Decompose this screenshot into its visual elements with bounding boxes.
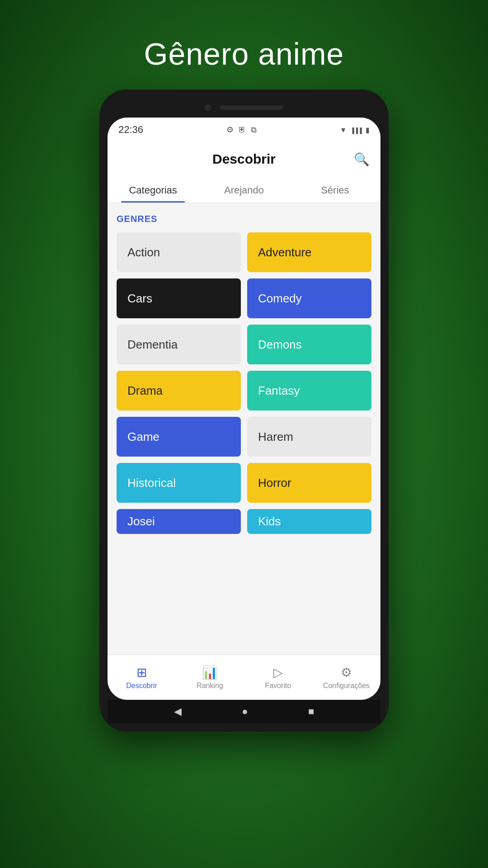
genre-action[interactable]: Action xyxy=(117,232,241,272)
tabs-bar: Categorias Arejando Séries xyxy=(108,176,380,203)
nav-favorito[interactable]: ▷ Favorito xyxy=(244,665,312,690)
status-bar: 22:36 xyxy=(108,118,380,142)
tab-series[interactable]: Séries xyxy=(290,176,380,203)
home-button[interactable]: ● xyxy=(242,706,248,717)
genre-dementia[interactable]: Dementia xyxy=(117,325,241,364)
front-camera xyxy=(205,104,211,111)
ranking-label: Ranking xyxy=(197,682,223,690)
copy-icon xyxy=(251,125,257,135)
wifi-icon xyxy=(340,125,347,135)
status-time: 22:36 xyxy=(118,124,143,136)
status-right-icons xyxy=(340,125,370,135)
signal-icon xyxy=(350,125,362,135)
genre-comedy[interactable]: Comedy xyxy=(247,278,371,318)
nav-descobrir[interactable]: ⊞ Descobrir xyxy=(108,665,176,690)
genre-fantasy[interactable]: Fantasy xyxy=(247,371,371,410)
recents-button[interactable]: ■ xyxy=(308,706,314,717)
favorito-icon: ▷ xyxy=(273,665,283,680)
content-area: GENRES Action Adventure Cars xyxy=(108,203,380,655)
search-button[interactable]: 🔍 xyxy=(354,152,370,167)
page-background: Gênero anime 22:36 xyxy=(99,0,389,731)
phone-shell: 22:36 Descobrir 🔍 xyxy=(99,90,389,731)
genre-josei[interactable]: Josei xyxy=(117,509,241,534)
tab-categorias[interactable]: Categorias xyxy=(108,176,198,203)
app-header: Descobrir 🔍 xyxy=(108,142,380,176)
nav-ranking[interactable]: 📊 Ranking xyxy=(176,665,244,690)
page-title: Gênero anime xyxy=(144,36,344,71)
app-header-title: Descobrir xyxy=(212,151,276,167)
page-title-area: Gênero anime xyxy=(99,0,389,90)
nav-configuracoes[interactable]: ⚙ Configurações xyxy=(312,665,380,690)
configuracoes-icon: ⚙ xyxy=(341,665,352,680)
genre-demons[interactable]: Demons xyxy=(247,325,371,364)
genre-drama[interactable]: Drama xyxy=(117,371,241,410)
bottom-nav: ⊞ Descobrir 📊 Ranking ▷ Favorito ⚙ Confi… xyxy=(108,655,380,700)
back-button[interactable]: ◀ xyxy=(174,706,182,717)
ranking-icon: 📊 xyxy=(202,665,218,680)
tab-arejando[interactable]: Arejando xyxy=(198,176,289,203)
genre-historical[interactable]: Historical xyxy=(117,463,241,503)
favorito-label: Favorito xyxy=(265,682,291,690)
phone-bottom-bar: ◀ ● ■ xyxy=(108,700,380,723)
descobrir-label: Descobrir xyxy=(126,682,157,690)
gear-icon xyxy=(226,125,234,135)
genres-section-label: GENRES xyxy=(117,214,371,224)
phone-top-notch xyxy=(108,98,380,118)
descobrir-icon: ⊞ xyxy=(136,665,147,680)
genre-cars[interactable]: Cars xyxy=(117,278,241,318)
phone-screen: 22:36 Descobrir 🔍 xyxy=(108,118,380,700)
genre-grid: Action Adventure Cars Comedy xyxy=(117,232,371,543)
configuracoes-label: Configurações xyxy=(323,682,370,690)
genre-adventure[interactable]: Adventure xyxy=(247,232,371,272)
genre-horror[interactable]: Horror xyxy=(247,463,371,503)
genre-harem[interactable]: Harem xyxy=(247,417,371,457)
status-left-icons xyxy=(226,125,257,135)
battery-icon xyxy=(366,125,370,135)
genre-game[interactable]: Game xyxy=(117,417,241,457)
genre-kids[interactable]: Kids xyxy=(247,509,371,534)
shield-icon xyxy=(238,125,246,135)
speaker-grille xyxy=(220,105,283,110)
